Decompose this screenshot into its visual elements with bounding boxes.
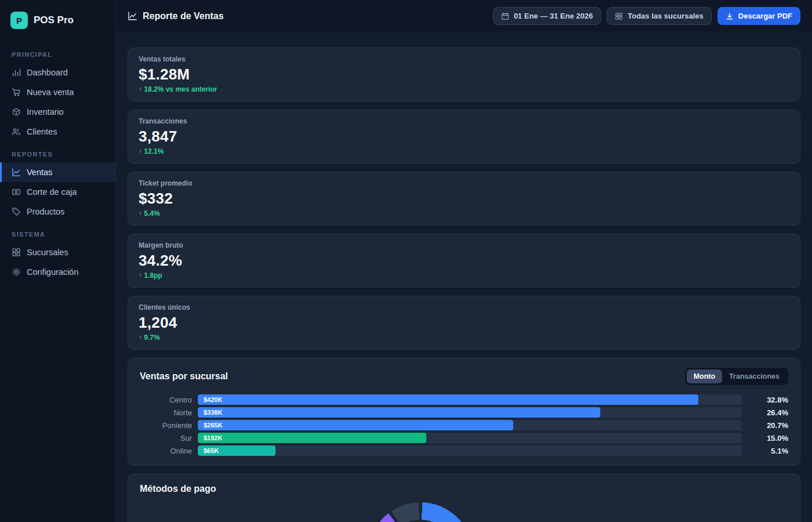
sidebar-item-label: Corte de caja <box>27 187 77 197</box>
branch-bar-value: $192K <box>198 434 222 441</box>
kpi-delta: ↑ 9.7% <box>139 333 789 342</box>
branch-pct: 15.0% <box>748 434 788 443</box>
sidebar-item-label: Nueva venta <box>27 88 74 97</box>
sidebar-item-label: Configuración <box>27 267 78 277</box>
page-title-text: Reporte de Ventas <box>143 11 224 21</box>
branch-pct: 20.7% <box>748 421 788 430</box>
sidebar-item-nueva-venta[interactable]: Nueva venta <box>0 82 115 102</box>
sidebar-item-ventas[interactable]: Ventas <box>0 162 115 182</box>
branch-bar-track: $420K <box>198 394 742 405</box>
branch-bar-fill: $65K <box>198 445 276 456</box>
kpi-card-ventas-totales: Ventas totales $1.28M ↑ 18.2% vs mes ant… <box>128 48 800 102</box>
content-area: Ventas totales $1.28M ↑ 18.2% vs mes ant… <box>116 32 812 522</box>
branch-filter-label: Todas las sucursales <box>628 12 704 20</box>
sidebar-item-productos[interactable]: Productos <box>0 202 115 222</box>
chart-line-icon <box>12 168 21 177</box>
gear-icon <box>12 267 21 277</box>
branch-bar-row: Online $65K 5.1% <box>140 445 788 456</box>
sidebar-item-label: Clientes <box>27 127 57 136</box>
branch-label: Poniente <box>140 421 192 430</box>
nav-section-principal: PRINCIPAL <box>0 42 115 63</box>
nav-section-reportes: REPORTES <box>0 142 115 162</box>
kpi-card-ticket-promedio: Ticket promedio $332 ↑ 5.4% <box>128 172 800 226</box>
branch-filter-button[interactable]: Todas las sucursales <box>607 7 712 25</box>
app-logo: P POS Pro <box>0 0 115 42</box>
kpi-label: Ventas totales <box>139 55 789 64</box>
chart-bar-icon <box>12 68 21 77</box>
branch-bar-track: $192K <box>198 433 742 443</box>
sidebar-item-label: Productos <box>27 207 64 216</box>
toggle-monto[interactable]: Monto <box>687 369 722 383</box>
sidebar-item-label: Ventas <box>27 168 52 177</box>
branch-bar-value: $65K <box>198 447 219 454</box>
kpi-delta: ↑ 18.2% vs mes anterior <box>139 85 789 94</box>
branch-label: Centro <box>140 396 192 404</box>
logo-badge: P <box>10 12 28 29</box>
download-icon <box>726 12 734 20</box>
topbar: Reporte de Ventas 01 Ene — 31 Ene 2026 T… <box>116 0 812 32</box>
cash-icon <box>12 187 21 197</box>
chart-line-icon <box>128 11 137 21</box>
payment-methods-panel: Métodos de pago 3,847 Efectivo 45% Ta <box>128 474 800 522</box>
sidebar-item-label: Sucursales <box>27 248 68 257</box>
branch-bar-track: $338K <box>198 407 742 418</box>
building-icon <box>12 248 21 257</box>
download-pdf-button[interactable]: Descargar PDF <box>717 7 800 25</box>
branch-label: Online <box>140 447 192 455</box>
toggle-transacciones[interactable]: Transacciones <box>722 369 786 383</box>
branch-bar-track: $265K <box>198 420 742 430</box>
sidebar-item-clientes[interactable]: Clientes <box>0 122 115 142</box>
sidebar-item-inventario[interactable]: Inventario <box>0 102 115 122</box>
payment-chart-area: 3,847 Efectivo 45% Tarjeta 25% <box>140 494 788 522</box>
page-title: Reporte de Ventas <box>128 11 224 21</box>
kpi-card-margen-bruto: Margen bruto 34.2% ↑ 1.8pp <box>128 234 800 288</box>
main-column: Reporte de Ventas 01 Ene — 31 Ene 2026 T… <box>116 0 812 522</box>
box-icon <box>12 107 21 117</box>
branches-icon <box>615 12 623 20</box>
branch-pct: 5.1% <box>748 447 788 455</box>
topbar-actions: 01 Ene — 31 Ene 2026 Todas las sucursale… <box>493 7 800 25</box>
sidebar-item-dashboard[interactable]: Dashboard <box>0 63 115 82</box>
branch-bar-fill: $265K <box>198 420 513 430</box>
kpi-value: 34.2% <box>139 251 789 270</box>
sidebar-item-sucursales[interactable]: Sucursales <box>0 242 115 262</box>
tag-icon <box>12 207 21 216</box>
kpi-card-clientes-unicos: Clientes únicos 1,204 ↑ 9.7% <box>128 296 800 350</box>
branch-pct: 32.8% <box>748 396 788 404</box>
branch-bar-value: $265K <box>198 422 222 429</box>
branch-bar-row: Poniente $265K 20.7% <box>140 420 788 430</box>
sidebar-item-corte-de-caja[interactable]: Corte de caja <box>0 182 115 202</box>
users-icon <box>12 127 21 136</box>
kpi-value: 3,847 <box>139 127 789 146</box>
branch-bar-fill: $192K <box>198 433 426 443</box>
app-name: POS Pro <box>34 14 74 26</box>
kpi-label: Clientes únicos <box>139 303 789 312</box>
payment-donut: 3,847 <box>368 502 473 522</box>
date-range-label: 01 Ene — 31 Ene 2026 <box>514 12 593 20</box>
sidebar-item-label: Dashboard <box>27 68 68 77</box>
date-range-button[interactable]: 01 Ene — 31 Ene 2026 <box>493 7 601 25</box>
metric-toggle: Monto Transacciones <box>685 368 788 385</box>
kpi-value: 1,204 <box>139 313 789 332</box>
calendar-icon <box>501 12 509 20</box>
kpi-delta: ↑ 5.4% <box>139 209 789 218</box>
sidebar: P POS Pro PRINCIPAL Dashboard Nueva vent… <box>0 0 116 522</box>
payment-donut-hole: 3,847 <box>386 520 455 522</box>
nav-section-sistema: SISTEMA <box>0 222 115 242</box>
kpi-label: Margen bruto <box>139 241 789 250</box>
kpi-card-transacciones: Transacciones 3,847 ↑ 12.1% <box>128 110 800 164</box>
branch-bar-fill: $338K <box>198 407 600 418</box>
branch-bar-row: Sur $192K 15.0% <box>140 433 788 443</box>
branch-bar-row: Norte $338K 26.4% <box>140 407 788 418</box>
branch-bar-row: Centro $420K 32.8% <box>140 394 788 405</box>
branch-bar-value: $420K <box>198 396 222 403</box>
kpi-label: Transacciones <box>139 117 789 126</box>
branch-bar-value: $338K <box>198 409 222 416</box>
sidebar-item-configuracion[interactable]: Configuración <box>0 262 115 282</box>
branch-pct: 26.4% <box>748 408 788 417</box>
branch-label: Sur <box>140 434 192 443</box>
kpi-delta: ↑ 1.8pp <box>139 271 789 280</box>
kpi-delta: ↑ 12.1% <box>139 147 789 156</box>
sidebar-item-label: Inventario <box>27 107 64 117</box>
kpi-value: $1.28M <box>139 65 789 84</box>
